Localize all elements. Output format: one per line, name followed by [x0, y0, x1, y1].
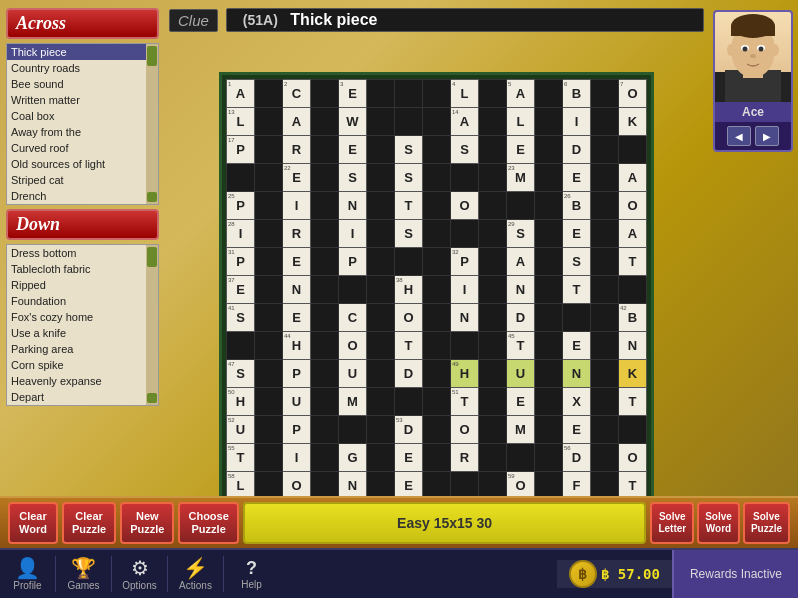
cell-13-14[interactable]: O: [619, 443, 647, 471]
cell-9-3[interactable]: [311, 331, 339, 359]
cell-0-13[interactable]: [591, 79, 619, 107]
cell-4-7[interactable]: [423, 191, 451, 219]
cell-11-10[interactable]: E: [507, 387, 535, 415]
down-clue-9[interactable]: Heavenly expanse: [7, 373, 158, 389]
cell-3-1[interactable]: [255, 163, 283, 191]
cell-4-0[interactable]: 25P: [227, 191, 255, 219]
cell-13-1[interactable]: [255, 443, 283, 471]
cell-7-8[interactable]: I: [451, 275, 479, 303]
cell-2-12[interactable]: D: [563, 135, 591, 163]
cell-1-13[interactable]: [591, 107, 619, 135]
cell-5-14[interactable]: A: [619, 219, 647, 247]
cell-3-9[interactable]: [479, 163, 507, 191]
cell-4-1[interactable]: [255, 191, 283, 219]
cell-8-9[interactable]: [479, 303, 507, 331]
cell-13-7[interactable]: [423, 443, 451, 471]
cell-6-1[interactable]: [255, 247, 283, 275]
cell-3-0[interactable]: [227, 163, 255, 191]
cell-14-14[interactable]: T: [619, 471, 647, 499]
cell-10-4[interactable]: U: [339, 359, 367, 387]
solve-word-btn[interactable]: Solve Word: [697, 502, 740, 544]
cell-0-12[interactable]: 6B: [563, 79, 591, 107]
cell-3-11[interactable]: [535, 163, 563, 191]
cell-0-8[interactable]: 4L: [451, 79, 479, 107]
cell-6-0[interactable]: 31P: [227, 247, 255, 275]
cell-11-0[interactable]: 50H: [227, 387, 255, 415]
cell-10-9[interactable]: [479, 359, 507, 387]
across-scroll-down[interactable]: [147, 192, 157, 202]
cell-1-8[interactable]: 14A: [451, 107, 479, 135]
cell-0-9[interactable]: [479, 79, 507, 107]
cell-2-6[interactable]: S: [395, 135, 423, 163]
cell-13-13[interactable]: [591, 443, 619, 471]
cell-5-3[interactable]: [311, 219, 339, 247]
cell-14-9[interactable]: [479, 471, 507, 499]
cell-1-3[interactable]: [311, 107, 339, 135]
cell-1-2[interactable]: A: [283, 107, 311, 135]
across-clue-3[interactable]: Bee sound: [7, 76, 158, 92]
cell-2-9[interactable]: [479, 135, 507, 163]
cell-4-14[interactable]: O: [619, 191, 647, 219]
cell-1-0[interactable]: 13L: [227, 107, 255, 135]
cell-9-14[interactable]: N: [619, 331, 647, 359]
cell-10-5[interactable]: [367, 359, 395, 387]
cell-8-11[interactable]: [535, 303, 563, 331]
cell-2-14[interactable]: [619, 135, 647, 163]
cell-0-3[interactable]: [311, 79, 339, 107]
status-profile[interactable]: 👤 Profile: [0, 550, 55, 598]
cell-6-8[interactable]: 32P: [451, 247, 479, 275]
down-clue-7[interactable]: Parking area: [7, 341, 158, 357]
cell-6-14[interactable]: T: [619, 247, 647, 275]
cell-8-1[interactable]: [255, 303, 283, 331]
cell-0-7[interactable]: [423, 79, 451, 107]
cell-1-5[interactable]: [367, 107, 395, 135]
cell-7-7[interactable]: [423, 275, 451, 303]
across-clue-9[interactable]: Striped cat: [7, 172, 158, 188]
across-clue-5[interactable]: Coal box: [7, 108, 158, 124]
cell-9-0[interactable]: [227, 331, 255, 359]
cell-4-10[interactable]: [507, 191, 535, 219]
across-clue-2[interactable]: Country roads: [7, 60, 158, 76]
cell-10-10[interactable]: U: [507, 359, 535, 387]
cell-8-7[interactable]: [423, 303, 451, 331]
cell-12-12[interactable]: E: [563, 415, 591, 443]
cell-6-7[interactable]: [423, 247, 451, 275]
cell-1-10[interactable]: L: [507, 107, 535, 135]
cell-0-14[interactable]: 7O: [619, 79, 647, 107]
cell-14-4[interactable]: N: [339, 471, 367, 499]
cell-1-1[interactable]: [255, 107, 283, 135]
cell-0-10[interactable]: 5A: [507, 79, 535, 107]
new-puzzle-btn[interactable]: New Puzzle: [120, 502, 174, 544]
cell-9-10[interactable]: 45T: [507, 331, 535, 359]
cell-12-1[interactable]: [255, 415, 283, 443]
across-clue-6[interactable]: Away from the: [7, 124, 158, 140]
cell-10-2[interactable]: P: [283, 359, 311, 387]
cell-11-9[interactable]: [479, 387, 507, 415]
cell-8-2[interactable]: E: [283, 303, 311, 331]
status-help[interactable]: ? Help: [224, 550, 279, 598]
cell-5-0[interactable]: 28I: [227, 219, 255, 247]
cell-7-6[interactable]: 38H: [395, 275, 423, 303]
cell-10-1[interactable]: [255, 359, 283, 387]
cell-4-9[interactable]: [479, 191, 507, 219]
cell-14-5[interactable]: [367, 471, 395, 499]
cell-9-5[interactable]: [367, 331, 395, 359]
cell-11-5[interactable]: [367, 387, 395, 415]
cell-2-10[interactable]: E: [507, 135, 535, 163]
cell-6-12[interactable]: S: [563, 247, 591, 275]
cell-7-10[interactable]: N: [507, 275, 535, 303]
cell-12-4[interactable]: [339, 415, 367, 443]
status-actions[interactable]: ⚡ Actions: [168, 550, 223, 598]
cell-13-6[interactable]: E: [395, 443, 423, 471]
down-clue-4[interactable]: Foundation: [7, 293, 158, 309]
avatar-prev-btn[interactable]: ◀: [727, 126, 751, 146]
cell-14-0[interactable]: 58L: [227, 471, 255, 499]
cell-11-4[interactable]: M: [339, 387, 367, 415]
down-scrollbar[interactable]: [146, 245, 158, 405]
cell-5-12[interactable]: E: [563, 219, 591, 247]
cell-7-11[interactable]: [535, 275, 563, 303]
cell-2-4[interactable]: E: [339, 135, 367, 163]
cell-6-4[interactable]: P: [339, 247, 367, 275]
cell-6-10[interactable]: A: [507, 247, 535, 275]
down-clue-list-container[interactable]: Dress bottom Tablecloth fabric Ripped Fo…: [6, 244, 159, 406]
